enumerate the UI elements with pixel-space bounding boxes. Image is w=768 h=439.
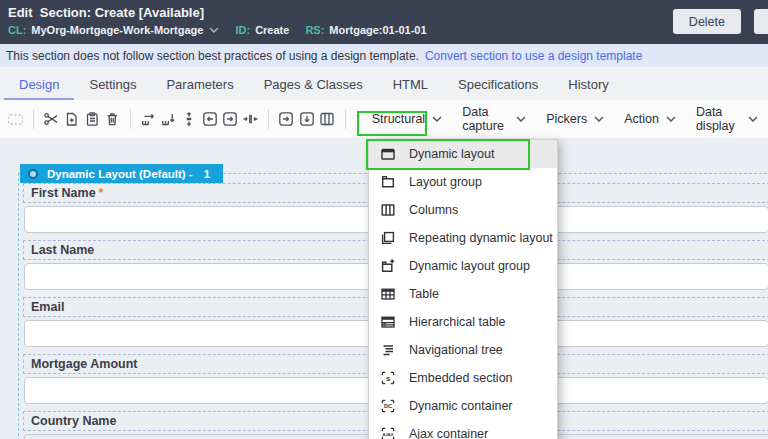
- menu-item-label: Repeating dynamic layout: [409, 231, 553, 245]
- meta-id-value: Create: [255, 24, 289, 36]
- component-menus: Structural Data capture Pickers Action D…: [362, 105, 768, 133]
- menu-item-label: Columns: [409, 203, 458, 217]
- svg-text:s: s: [386, 374, 390, 383]
- field-label: Last Name: [31, 243, 94, 257]
- tab-bar: Design Settings Parameters Pages & Class…: [0, 67, 768, 100]
- chevron-down-icon[interactable]: [209, 27, 219, 33]
- vertical-spacing-icon[interactable]: [179, 107, 200, 131]
- dynamic-layout-group-icon: [380, 258, 396, 274]
- menu-item-label: Dynamic layout: [409, 147, 494, 161]
- meta-ruleset-value: Mortgage:01-01-01: [329, 24, 426, 36]
- chevron-down-icon: [748, 116, 758, 122]
- meta-class: CL: MyOrg-Mortgage-Work-Mortgage: [8, 24, 219, 36]
- menu-item-navigational-tree[interactable]: Navigational tree: [369, 336, 557, 364]
- field-label: Country Name: [31, 414, 116, 428]
- move-field-down-icon[interactable]: [158, 107, 179, 131]
- meta-class-key: CL:: [8, 24, 26, 36]
- data-capture-menu-button[interactable]: Data capture: [452, 105, 536, 133]
- toolbar-separator: [33, 109, 34, 129]
- layout-group-icon: [380, 174, 396, 190]
- menu-item-repeating-dynamic-layout[interactable]: Repeating dynamic layout: [369, 224, 557, 252]
- toolbar-separator: [345, 109, 346, 129]
- structural-menu-button[interactable]: Structural: [362, 112, 453, 126]
- warning-message: This section does not follow section bes…: [6, 49, 419, 63]
- columns-layout-icon[interactable]: [317, 107, 338, 131]
- topbar: Edit Section: Create [Available] CL: MyO…: [0, 0, 768, 44]
- insert-below-icon[interactable]: [297, 107, 318, 131]
- svg-text:DC: DC: [384, 403, 392, 409]
- actions-button-clipped[interactable]: A: [754, 9, 768, 34]
- field-label: First Name: [31, 186, 96, 200]
- cut-icon[interactable]: [41, 107, 62, 131]
- data-capture-menu-label: Data capture: [462, 105, 509, 133]
- pickers-menu-label: Pickers: [546, 112, 587, 126]
- menu-item-label: Ajax container: [409, 427, 488, 439]
- chevron-down-icon: [432, 116, 442, 122]
- meta-id: ID: Create: [235, 24, 289, 36]
- dynamic-layout-header[interactable]: Dynamic Layout (Default) - 1: [20, 164, 223, 183]
- dynamic-container-icon: DC: [380, 398, 396, 414]
- best-practice-warning-bar: This section does not follow section bes…: [0, 44, 768, 67]
- structural-menu-label: Structural: [372, 112, 426, 126]
- chevron-down-icon: [666, 116, 676, 122]
- marquee-select-icon[interactable]: [5, 107, 26, 131]
- menu-item-hierarchical-table[interactable]: Hierarchical table: [369, 308, 557, 336]
- tab-html[interactable]: HTML: [378, 69, 443, 100]
- convert-template-link[interactable]: Convert section to use a design template: [425, 49, 642, 63]
- pega-section-editor: Edit Section: Create [Available] CL: MyO…: [0, 0, 768, 439]
- tab-history[interactable]: History: [553, 69, 623, 100]
- menu-item-columns[interactable]: Columns: [369, 196, 557, 224]
- menu-item-label: Dynamic layout group: [409, 259, 530, 273]
- navigational-tree-icon: [380, 342, 396, 358]
- meta-ruleset-key: RS:: [305, 24, 324, 36]
- hierarchical-table-icon: [380, 314, 396, 330]
- tab-design[interactable]: Design: [4, 69, 74, 100]
- move-field-right-icon[interactable]: [138, 107, 159, 131]
- menu-item-layout-group[interactable]: Layout group: [369, 168, 557, 196]
- layout-index: 1: [204, 168, 210, 180]
- chevron-down-icon: [594, 116, 604, 122]
- delete-button[interactable]: Delete: [673, 9, 741, 34]
- meta-class-value: MyOrg-Mortgage-Work-Mortgage: [31, 24, 203, 36]
- tab-settings[interactable]: Settings: [74, 69, 151, 100]
- svg-text:AJAX: AJAX: [382, 432, 393, 437]
- data-display-menu-button[interactable]: Data display: [686, 105, 768, 133]
- layout-title: Dynamic Layout (Default) -: [47, 168, 193, 180]
- field-label: Email: [31, 300, 64, 314]
- menu-item-dynamic-container[interactable]: DC Dynamic container: [369, 392, 557, 420]
- table-icon: [380, 286, 396, 302]
- tab-parameters[interactable]: Parameters: [151, 69, 248, 100]
- collapse-horizontal-icon[interactable]: [240, 107, 261, 131]
- menu-item-label: Dynamic container: [409, 399, 513, 413]
- repeating-dynamic-layout-icon: [380, 230, 396, 246]
- tab-specifications[interactable]: Specifications: [443, 69, 553, 100]
- menu-item-label: Embedded section: [409, 371, 513, 385]
- menu-item-label: Table: [409, 287, 439, 301]
- menu-item-ajax-container[interactable]: AJAX Ajax container: [369, 420, 557, 439]
- insert-right-icon[interactable]: [276, 107, 297, 131]
- menu-item-label: Hierarchical table: [409, 315, 506, 329]
- indent-left-icon[interactable]: [199, 107, 220, 131]
- menu-item-embedded-section[interactable]: s Embedded section: [369, 364, 557, 392]
- required-asterisk: *: [99, 186, 104, 200]
- menu-item-dynamic-layout[interactable]: Dynamic layout: [369, 140, 557, 168]
- pickers-menu-button[interactable]: Pickers: [536, 112, 614, 126]
- data-display-menu-label: Data display: [696, 105, 741, 133]
- tab-pages-classes[interactable]: Pages & Classes: [249, 69, 378, 100]
- menu-item-label: Layout group: [409, 175, 482, 189]
- trash-icon[interactable]: [102, 107, 123, 131]
- paste-icon[interactable]: [82, 107, 103, 131]
- meta-id-key: ID:: [235, 24, 250, 36]
- columns-icon: [380, 202, 396, 218]
- field-label: Mortgage Amount: [31, 357, 137, 371]
- layout-handle-icon: [28, 169, 38, 179]
- action-menu-label: Action: [624, 112, 659, 126]
- ajax-container-icon: AJAX: [380, 426, 396, 439]
- menu-item-dynamic-layout-group[interactable]: Dynamic layout group: [369, 252, 557, 280]
- action-menu-button[interactable]: Action: [614, 112, 686, 126]
- menu-item-table[interactable]: Table: [369, 280, 557, 308]
- rule-meta: CL: MyOrg-Mortgage-Work-Mortgage ID: Cre…: [8, 24, 443, 36]
- toolbar-separator: [268, 109, 269, 129]
- copy-icon[interactable]: [61, 107, 82, 131]
- indent-right-icon[interactable]: [220, 107, 241, 131]
